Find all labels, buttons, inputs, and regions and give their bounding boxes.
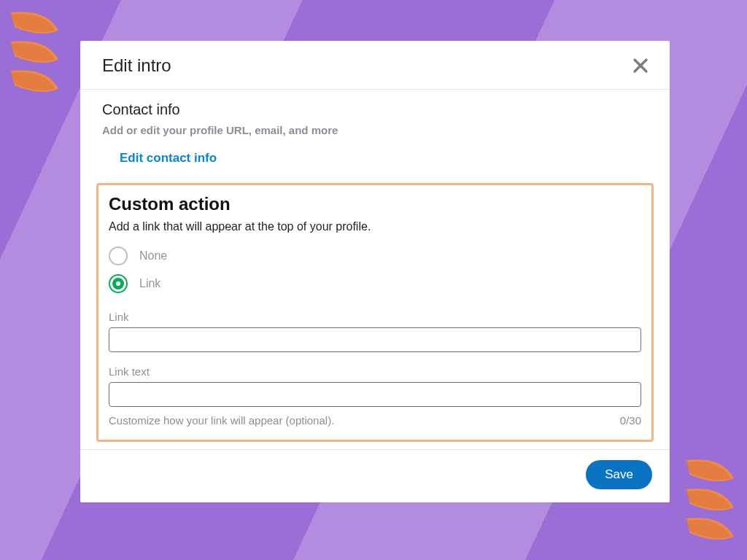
modal-title: Edit intro: [102, 55, 171, 76]
modal-footer: Save: [80, 449, 670, 502]
radio-none-icon: [109, 246, 128, 265]
modal-header: Edit intro: [80, 41, 670, 90]
contact-info-heading: Contact info: [102, 101, 648, 118]
custom-action-heading: Custom action: [109, 194, 641, 214]
link-field-block: Link: [109, 311, 641, 352]
linktext-hint-row: Customize how your link will appear (opt…: [109, 414, 641, 427]
radio-none-label: None: [139, 249, 167, 262]
radio-link-label: Link: [139, 277, 160, 290]
linktext-field-block: Link text Customize how your link will a…: [109, 365, 641, 427]
custom-action-sub: Add a link that will appear at the top o…: [109, 220, 641, 233]
decorative-leaves-bottom-right: [683, 456, 740, 551]
linktext-field-label: Link text: [109, 365, 641, 378]
save-button[interactable]: Save: [586, 460, 652, 489]
custom-action-highlight: Custom action Add a link that will appea…: [96, 183, 654, 442]
edit-contact-info-link[interactable]: Edit contact info: [102, 149, 217, 171]
close-icon[interactable]: [630, 55, 651, 76]
link-field-label: Link: [109, 311, 641, 323]
linktext-input[interactable]: [109, 382, 641, 407]
link-input[interactable]: [109, 327, 641, 352]
contact-info-sub: Add or edit your profile URL, email, and…: [102, 124, 648, 136]
linktext-hint: Customize how your link will appear (opt…: [109, 414, 334, 427]
radio-option-none[interactable]: None: [109, 246, 641, 265]
radio-option-link[interactable]: Link: [109, 274, 641, 293]
modal-body: Contact info Add or edit your profile UR…: [80, 90, 670, 442]
radio-link-icon: [109, 274, 128, 293]
edit-intro-modal: Edit intro Contact info Add or edit your…: [80, 41, 670, 502]
linktext-counter: 0/30: [620, 414, 641, 427]
decorative-leaves-top-left: [7, 9, 64, 104]
